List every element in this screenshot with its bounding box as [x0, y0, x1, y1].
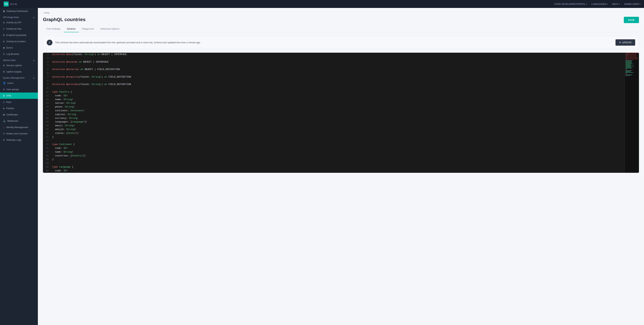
code-line: 26 code: ID!: [43, 146, 639, 150]
code-line: 1directive @key(fields: String!) on OBJE…: [43, 53, 639, 56]
log-browser-label: Log Browser: [6, 53, 20, 55]
logo-text: Tyk: [4, 3, 8, 5]
sidebar-item-policies[interactable]: ◈ Policies: [0, 105, 38, 112]
line-content: languages: [Language!]!: [51, 120, 639, 124]
save-button[interactable]: SAVE: [624, 17, 639, 23]
code-line: 32 code: ID!: [43, 169, 639, 173]
line-content: states: [State!]!: [51, 132, 639, 135]
sidebar-item-uptime-targets[interactable]: ⊞ Uptime targets: [0, 68, 38, 75]
developer-portal-nav[interactable]: YOUR DEVELOPER PORTAL ▾: [554, 3, 587, 6]
line-number: 31: [43, 165, 51, 169]
sidebar-item-nodes[interactable]: ⊡ Nodes and Licenses: [0, 130, 38, 137]
code-line: 5directive @external on OBJECT | FIELD_D…: [43, 68, 639, 72]
line-content: type Language {: [51, 165, 639, 169]
log-browser-icon: ⊡: [3, 53, 5, 55]
help-label: HELP: [612, 3, 618, 6]
sidebar-group-api-usage[interactable]: API Usage Data ▲: [0, 14, 38, 19]
sidebar: ▣ Gateway Dashboard API Usage Data ▲ ⊕ A…: [0, 8, 38, 325]
system-collapse-icon: ▲: [33, 77, 35, 79]
line-content: directive @external on OBJECT | FIELD_DE…: [51, 68, 639, 72]
languages-nav[interactable]: LANGUAGES ▾: [591, 3, 608, 6]
tyk-logo: Tyk: [4, 2, 9, 6]
code-line: 12 code: ID!: [43, 94, 639, 98]
admin-user-nav[interactable]: ADMIN USER ▾: [624, 3, 640, 6]
help-nav[interactable]: HELP ▾: [612, 3, 620, 6]
sidebar-item-apis[interactable]: ⊞ APIs: [0, 92, 38, 99]
dashboard-icon: ▣: [3, 10, 5, 12]
line-number: 30: [43, 162, 51, 165]
sidebar-item-gateway-dashboard[interactable]: ▣ Gateway Dashboard: [0, 8, 38, 14]
line-number: 19: [43, 120, 51, 124]
line-number: 6: [43, 72, 51, 75]
tab-core-settings[interactable]: Core Settings: [43, 26, 64, 32]
sidebar-item-activity-by-location[interactable]: ⊛ Activity by location: [0, 38, 38, 44]
page-title: GraphQL countries: [43, 17, 86, 22]
line-content: code: ID!: [51, 94, 639, 98]
sidebar-item-activity-by-key[interactable]: ⚷ Activity by Key: [0, 26, 38, 32]
code-line: 4: [43, 64, 639, 68]
top-nav-brand: Tyk (4.1.0): [4, 2, 17, 6]
tabs-bar: Core Settings Schema Playground Advanced…: [43, 26, 639, 32]
sidebar-item-errors[interactable]: ◉ Errors: [0, 44, 38, 51]
line-number: 17: [43, 113, 51, 116]
line-number: 13: [43, 98, 51, 102]
line-number: 25: [43, 143, 51, 146]
line-content: }: [51, 135, 639, 139]
sidebar-item-user-groups[interactable]: ⊕ User groups: [0, 86, 38, 92]
line-content: [51, 79, 639, 83]
line-number: 2: [43, 56, 51, 60]
certificates-icon: ◉: [3, 113, 5, 116]
line-number: 5: [43, 68, 51, 72]
sidebar-item-log-browser[interactable]: ⊡ Log Browser: [0, 51, 38, 57]
line-number: 24: [43, 139, 51, 143]
line-content: name: String!: [51, 98, 639, 102]
line-number: 9: [43, 82, 51, 86]
line-content: }: [51, 158, 639, 162]
sidebar-item-users[interactable]: 👤 Users: [0, 80, 38, 86]
tab-schema[interactable]: Schema: [64, 26, 79, 32]
webhooks-icon: ⚓: [3, 120, 6, 122]
help-chevron: ▾: [619, 3, 620, 5]
sidebar-item-activity-by-api[interactable]: ⊕ Activity by API: [0, 19, 38, 26]
line-number: 3: [43, 60, 51, 64]
line-content: directive @requires(fields: String!) on …: [51, 75, 639, 79]
sidebar-item-endpoint-popularity[interactable]: ⊞ Endpoint popularity: [0, 32, 38, 38]
code-editor[interactable]: 1directive @key(fields: String!) on OBJE…: [43, 53, 639, 173]
sidebar-item-webhooks[interactable]: ⚓ Webhooks: [0, 118, 38, 124]
top-navigation: Tyk (4.1.0) YOUR DEVELOPER PORTAL ▾ LANG…: [0, 0, 644, 8]
nodes-label: Nodes and Licenses: [6, 132, 28, 135]
breadcrumb-parent-link[interactable]: APIs: [44, 12, 49, 14]
code-line: 7directive @requires(fields: String!) on…: [43, 75, 639, 79]
service-uptime-label: Service uptime: [6, 64, 22, 67]
code-line: 23}: [43, 135, 639, 139]
breadcrumb: ‹ APIs: [43, 12, 639, 14]
apis-icon: ⊞: [3, 94, 5, 97]
policies-icon: ◈: [3, 107, 5, 110]
line-content: type Continent {: [51, 143, 639, 146]
info-banner-left: i This schema has been automatically dow…: [47, 40, 201, 46]
code-line: 6: [43, 72, 639, 75]
code-line: 31type Language {: [43, 165, 639, 169]
line-content: directive @extends on OBJECT | INTERFACE: [51, 60, 639, 64]
code-line: 13 name: String!: [43, 98, 639, 102]
breadcrumb-chevron: ‹: [43, 12, 44, 14]
sidebar-item-gateway-logs[interactable]: ⊕ Gateway Logs: [0, 137, 38, 143]
sidebar-item-keys[interactable]: ⚷ Keys: [0, 99, 38, 105]
update-button[interactable]: ↻ UPDATE: [616, 39, 635, 46]
line-content: [51, 86, 639, 90]
location-label: Activity by location: [6, 40, 26, 43]
sidebar-group-system[interactable]: System Management ▲: [0, 75, 38, 80]
tab-advanced-options[interactable]: Advanced Options: [97, 26, 122, 32]
info-icon: i: [47, 40, 52, 46]
code-line: 29}: [43, 158, 639, 162]
sidebar-item-identity[interactable]: ◌ Identity Management: [0, 124, 38, 130]
sidebar-item-certificates[interactable]: ◉ Certificates: [0, 112, 38, 118]
tab-playground[interactable]: Playground: [78, 26, 97, 32]
code-line: 18 currency: String: [43, 116, 639, 120]
line-content: [51, 139, 639, 143]
top-nav-right: YOUR DEVELOPER PORTAL ▾ LANGUAGES ▾ HELP…: [554, 3, 640, 6]
uptime-label: Uptime Data: [3, 59, 16, 62]
sidebar-group-uptime[interactable]: Uptime Data ▲: [0, 57, 38, 62]
sidebar-item-service-uptime[interactable]: ⊕ Service uptime: [0, 62, 38, 68]
line-content: type Country {: [51, 90, 639, 94]
